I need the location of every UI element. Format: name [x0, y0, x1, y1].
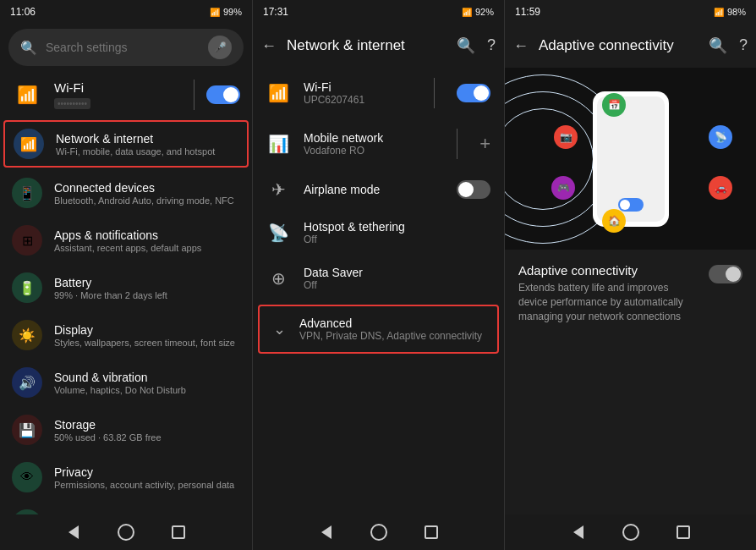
net-wifi-item[interactable]: 📶 Wi-Fi UPC6207461: [253, 68, 504, 118]
time-1: 11:06: [10, 6, 36, 18]
network-top-bar: ← Network & internet 🔍 ?: [253, 24, 504, 68]
wifi-toggle-2[interactable]: [457, 84, 490, 102]
net-mobile-icon: 📊: [266, 134, 290, 154]
adaptive-top-icons: 🔍 ?: [709, 36, 748, 55]
net-datasaver-text: Data Saver Off: [304, 266, 490, 291]
net-wifi-icon: 📶: [266, 83, 290, 103]
wifi-text: Wi-Fi ••••••••••: [54, 80, 182, 110]
wifi-item[interactable]: 📶 Wi-Fi ••••••••••: [0, 71, 252, 118]
net-mobile-title: Mobile network: [304, 131, 443, 145]
storage-text: Storage 50% used · 63.82 GB free: [54, 418, 162, 443]
signal-icon-2: 📶: [462, 8, 472, 17]
recents-button-2[interactable]: [422, 523, 441, 542]
home-button-3[interactable]: [622, 523, 640, 542]
app-icon-signal: 📡: [709, 125, 732, 149]
search-icon: 🔍: [20, 40, 37, 56]
mic-icon[interactable]: 🎤: [208, 36, 232, 59]
search-icon-2[interactable]: 🔍: [457, 36, 475, 55]
advanced-item[interactable]: ⌄ Advanced VPN, Private DNS, Adaptive co…: [258, 305, 499, 354]
search-icon-3[interactable]: 🔍: [709, 36, 727, 55]
advanced-subtitle: VPN, Private DNS, Adaptive connectivity: [299, 330, 484, 342]
panel-network-internet: 17:31 📶 92% ← Network & internet 🔍 ? 📶 W…: [252, 0, 504, 550]
network-internet-item[interactable]: 📶 Network & internet Wi-Fi, mobile, data…: [3, 120, 249, 168]
sound-title: Sound & vibration: [54, 371, 186, 384]
app-icon-game: 🎮: [551, 176, 575, 200]
wifi-toggle[interactable]: [206, 85, 240, 104]
home-button-2[interactable]: [370, 523, 388, 542]
top-bar-icons: 🔍 ?: [457, 36, 496, 55]
battery-title: Battery: [54, 276, 167, 289]
display-item[interactable]: ☀️ Display Styles, wallpapers, screen ti…: [0, 311, 252, 359]
net-mobile-item[interactable]: 📊 Mobile network Vodafone RO +: [253, 118, 504, 169]
help-icon[interactable]: ?: [487, 36, 496, 55]
adaptive-setting-row: Adaptive connectivity Extends battery li…: [518, 263, 742, 323]
adaptive-texts: Adaptive connectivity Extends battery li…: [518, 263, 698, 323]
mobile-add-btn[interactable]: +: [479, 133, 490, 155]
net-datasaver-item[interactable]: ⊕ Data Saver Off: [253, 256, 504, 301]
net-hotspot-item[interactable]: 📡 Hotspot & tethering Off: [253, 210, 504, 256]
recents-button-3[interactable]: [674, 523, 693, 542]
app-icon-car: 🚗: [709, 176, 732, 200]
apps-item[interactable]: ⊞ Apps & notifications Assistant, recent…: [0, 217, 252, 264]
adaptive-page-title: Adaptive connectivity: [539, 37, 698, 54]
net-wifi-subtitle: UPC6207461: [304, 94, 420, 106]
status-bar-1: 11:06 📶 99%: [0, 0, 252, 24]
search-input[interactable]: [46, 41, 200, 54]
connected-devices-item[interactable]: 📱 Connected devices Bluetooth, Android A…: [0, 169, 252, 217]
wifi-title: Wi-Fi: [54, 80, 182, 95]
privacy-item[interactable]: 👁 Privacy Permissions, account activity,…: [0, 454, 252, 501]
net-datasaver-subtitle: Off: [304, 279, 490, 291]
display-title: Display: [54, 323, 235, 337]
signal-icon: 📶: [210, 8, 220, 17]
home-button-1[interactable]: [117, 523, 135, 542]
app-icon-home: 🏠: [602, 209, 626, 233]
net-hotspot-icon: 📡: [266, 223, 290, 243]
status-icons-1: 📶 99%: [210, 7, 242, 17]
recents-button-1[interactable]: [169, 523, 188, 542]
battery-item[interactable]: 🔋 Battery 99% · More than 2 days left: [0, 264, 252, 311]
back-button-1[interactable]: [64, 523, 83, 542]
status-icons-2: 📶 92%: [462, 7, 494, 17]
battery-text: Battery 99% · More than 2 days left: [54, 276, 167, 300]
back-arrow-2[interactable]: ←: [261, 37, 277, 55]
battery-icon-3: 98%: [727, 7, 746, 17]
nav-bar-3: [505, 514, 756, 550]
adaptive-toggle[interactable]: [709, 265, 742, 283]
net-mobile-subtitle: Vodafone RO: [304, 145, 443, 157]
back-button-3[interactable]: [569, 523, 588, 542]
apps-icon: ⊞: [12, 225, 42, 256]
privacy-text: Privacy Permissions, account activity, p…: [54, 465, 234, 490]
apps-subtitle: Assistant, recent apps, default apps: [54, 243, 201, 253]
privacy-title: Privacy: [54, 465, 234, 479]
sound-subtitle: Volume, haptics, Do Not Disturb: [54, 385, 186, 395]
back-button-2[interactable]: [317, 523, 336, 542]
back-arrow-3[interactable]: ←: [513, 37, 529, 55]
net-airplane-item[interactable]: ✈ Airplane mode: [253, 169, 504, 210]
storage-subtitle: 50% used · 63.82 GB free: [54, 432, 162, 443]
battery-subtitle: 99% · More than 2 days left: [54, 290, 167, 300]
net-airplane-title: Airplane mode: [304, 183, 443, 196]
net-datasaver-icon: ⊕: [266, 268, 290, 289]
divider-2: [434, 78, 435, 108]
sound-item[interactable]: 🔊 Sound & vibration Volume, haptics, Do …: [0, 359, 252, 406]
display-text: Display Styles, wallpapers, screen timeo…: [54, 323, 235, 348]
search-bar[interactable]: 🔍 🎤: [8, 29, 244, 66]
panel-settings-list: 11:06 📶 99% 🔍 🎤 📶 Wi-Fi ••••••••••: [0, 0, 252, 550]
wifi-icon: 📶: [12, 85, 42, 105]
adaptive-setting-title: Adaptive connectivity: [518, 263, 698, 278]
network-title: Network & internet: [56, 132, 215, 146]
advanced-title: Advanced: [299, 316, 484, 330]
wifi-subtitle: ••••••••••: [54, 98, 90, 109]
apps-title: Apps & notifications: [54, 228, 201, 242]
storage-item[interactable]: 💾 Storage 50% used · 63.82 GB free: [0, 406, 252, 454]
location-item[interactable]: 📍 Location On · 12 apps have access to l…: [0, 501, 252, 514]
battery-icon-2: 92%: [475, 7, 494, 17]
connected-title: Connected devices: [54, 181, 234, 195]
signal-icon-3: 📶: [714, 8, 724, 17]
status-bar-2: 17:31 📶 92%: [253, 0, 504, 24]
adaptive-content: Adaptive connectivity Extends battery li…: [505, 250, 756, 337]
airplane-toggle[interactable]: [457, 180, 490, 199]
net-wifi-text: Wi-Fi UPC6207461: [304, 80, 420, 106]
help-icon-3[interactable]: ?: [739, 36, 748, 55]
settings-list: 📶 Wi-Fi •••••••••• 📶 Network & internet …: [0, 71, 252, 514]
